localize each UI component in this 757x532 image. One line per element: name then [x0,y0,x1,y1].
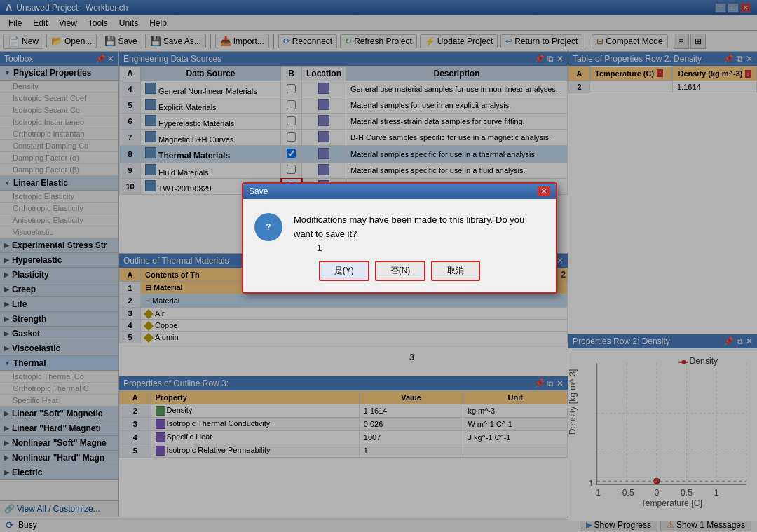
save-dialog-title-text: Save [249,186,268,196]
save-dialog-title: Save ✕ [243,184,556,199]
save-dialog-close-icon[interactable]: ✕ [538,186,550,196]
save-cancel-button[interactable]: 取消 [431,261,480,281]
annotation-2: 2 [561,269,566,280]
save-no-button[interactable]: 否(N) [375,261,426,281]
save-yes-button[interactable]: 是(Y) [319,261,369,281]
annotation-1: 1 [317,243,322,253]
annotation-3: 3 [409,352,414,362]
save-dialog-buttons: 是(Y) 否(N) 取消 [243,255,556,292]
modal-overlay: Save ✕ ? Modifications may have been mad… [0,0,757,532]
save-dialog: Save ✕ ? Modifications may have been mad… [242,182,557,294]
save-dialog-question-icon: ? [254,213,282,241]
save-dialog-message: Modifications may have been made to this… [294,213,545,240]
save-dialog-body: ? Modifications may have been made to th… [243,199,556,255]
